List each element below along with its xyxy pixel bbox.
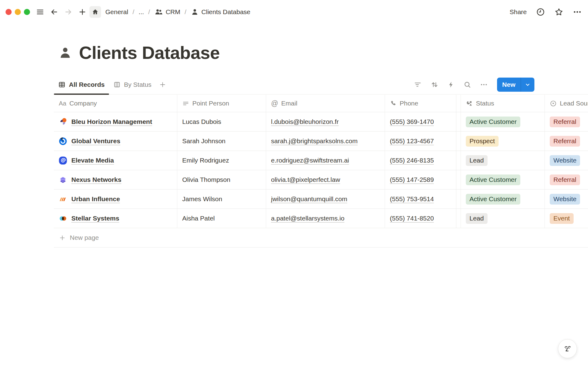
breadcrumb-item-general[interactable]: General (104, 8, 130, 16)
column-header-status[interactable]: Status (461, 95, 545, 112)
lead-source-cell[interactable]: Event (545, 209, 588, 228)
sort-icon[interactable] (430, 80, 439, 89)
breadcrumb-label: CRM (166, 8, 180, 16)
point-person: Aisha Patel (182, 215, 215, 222)
phone: (555) 753-9514 (390, 195, 434, 203)
page-header: Clients Database (58, 42, 220, 63)
lead-source-cell[interactable]: Referral (545, 170, 588, 189)
point-person: Lucas Dubois (182, 118, 221, 125)
breadcrumb-separator: / (185, 8, 187, 16)
forward-icon[interactable] (63, 7, 74, 17)
table-row: Urban Influence James Wilson jwilson@qua… (54, 190, 588, 209)
filter-icon[interactable] (414, 81, 422, 89)
new-record-dropdown[interactable] (521, 78, 534, 92)
ai-face-icon (562, 343, 573, 354)
phone-cell[interactable]: (555) 369-1470 (385, 112, 461, 131)
phone-cell[interactable]: (555) 123-4567 (385, 132, 461, 151)
phone-cell[interactable]: (555) 753-9514 (385, 190, 461, 209)
point-person-cell[interactable]: Emily Rodriguez (177, 151, 266, 170)
point-person: James Wilson (182, 195, 222, 203)
phone-cell[interactable]: (555) 246-8135 (385, 151, 461, 170)
zoom-window-button[interactable] (24, 9, 30, 15)
column-header-phone[interactable]: Phone (385, 95, 461, 112)
email-cell[interactable]: e.rodriguez@swiftstream.ai (266, 151, 385, 170)
column-label: Company (69, 100, 97, 107)
status-cell[interactable]: Prospect (461, 132, 545, 151)
email-cell[interactable]: a.patel@stellarsystems.io (266, 209, 385, 228)
new-record-button[interactable]: New (497, 78, 534, 92)
point-person-cell[interactable]: Lucas Dubois (177, 112, 266, 131)
breadcrumb-item-clients-database[interactable]: Clients Database (190, 7, 252, 17)
lead-source-badge: Website (550, 194, 580, 205)
sidebar-menu-icon[interactable] (35, 7, 45, 17)
point-person-cell[interactable]: Sarah Johnson (177, 132, 266, 151)
email-cell[interactable]: sarah.j@brightsparksolns.com (266, 132, 385, 151)
company-cell[interactable]: Urban Influence (54, 190, 177, 209)
company-cell[interactable]: Nexus Networks (54, 170, 177, 189)
email-cell[interactable]: olivia.t@pixelperfect.law (266, 170, 385, 189)
minimize-window-button[interactable] (15, 9, 21, 15)
email-cell[interactable]: l.dubois@bleuhorizon.fr (266, 112, 385, 131)
column-header-point-person[interactable]: Point Person (177, 95, 266, 112)
point-person-cell[interactable]: Olivia Thompson (177, 170, 266, 189)
phone-cell[interactable]: (555) 147-2589 (385, 170, 461, 189)
company-cell[interactable]: Stellar Systems (54, 209, 177, 228)
point-person: Emily Rodriguez (182, 157, 229, 164)
lead-source-cell[interactable]: Website (545, 190, 588, 209)
status-cell[interactable]: Lead (461, 151, 545, 170)
new-tab-plus-icon[interactable] (77, 7, 88, 17)
column-header-lead-source[interactable]: Lead Source (545, 95, 588, 112)
breadcrumb-item-ellipsis[interactable]: ... (138, 8, 145, 16)
email: olivia.t@pixelperfect.law (271, 176, 340, 183)
company-cell[interactable]: Elevate Media (54, 151, 177, 170)
status-cell[interactable]: Lead (461, 209, 545, 228)
table-header-row: Aa Company Point Person @ Email Phone St… (54, 95, 588, 112)
updates-clock-icon[interactable] (536, 7, 545, 17)
status-cell[interactable]: Active Customer (461, 190, 545, 209)
close-window-button[interactable] (6, 9, 12, 15)
phone-cell[interactable]: (555) 741-8520 (385, 209, 461, 228)
page-title[interactable]: Clients Database (79, 42, 220, 63)
lead-source-cell[interactable]: Referral (545, 132, 588, 151)
table-row: Stellar Systems Aisha Patel a.patel@stel… (54, 209, 588, 228)
email-cell[interactable]: jwilson@quantumquill.com (266, 190, 385, 209)
search-icon[interactable] (463, 81, 471, 89)
new-page-row[interactable]: New page (54, 228, 588, 247)
automation-lightning-icon[interactable] (447, 81, 455, 88)
status-cell[interactable]: Active Customer (461, 112, 545, 131)
page-person-icon[interactable] (58, 46, 72, 60)
select-circle-icon (550, 100, 557, 107)
share-button[interactable]: Share (510, 8, 527, 16)
company-name: Global Ventures (71, 137, 120, 145)
topbar-actions: Share (510, 7, 582, 17)
email: a.patel@stellarsystems.io (271, 215, 345, 222)
column-header-email[interactable]: @ Email (266, 95, 385, 112)
view-options-icon[interactable] (480, 81, 488, 89)
phone: (555) 147-2589 (390, 176, 434, 183)
favorite-star-icon[interactable] (554, 7, 564, 17)
back-icon[interactable] (49, 7, 59, 17)
lead-source-cell[interactable]: Referral (545, 112, 588, 131)
column-label: Phone (400, 100, 418, 107)
company-cell[interactable]: Bleu Horizon Management (54, 112, 177, 131)
tab-all-records[interactable]: All Records (54, 75, 109, 94)
traffic-lights (6, 9, 30, 15)
lead-source-cell[interactable]: Website (545, 151, 588, 170)
column-header-company[interactable]: Aa Company (54, 95, 177, 112)
notion-ai-button[interactable] (558, 339, 577, 358)
status-badge: Prospect (466, 136, 499, 147)
tab-by-status[interactable]: By Status (109, 75, 156, 94)
status-badge: Active Customer (466, 117, 520, 127)
stellar-systems-favicon (59, 214, 67, 223)
breadcrumb-item-crm[interactable]: CRM (153, 7, 182, 17)
point-person-cell[interactable]: Aisha Patel (177, 209, 266, 228)
frozen-column-divider (456, 95, 456, 228)
company-cell[interactable]: Global Ventures (54, 132, 177, 151)
status-cell[interactable]: Active Customer (461, 170, 545, 189)
point-person-cell[interactable]: James Wilson (177, 190, 266, 209)
phone: (555) 741-8520 (390, 215, 434, 222)
records-table: Aa Company Point Person @ Email Phone St… (54, 95, 588, 247)
add-view-icon[interactable] (156, 81, 169, 88)
home-icon[interactable] (89, 6, 101, 18)
more-options-icon[interactable] (573, 7, 582, 17)
